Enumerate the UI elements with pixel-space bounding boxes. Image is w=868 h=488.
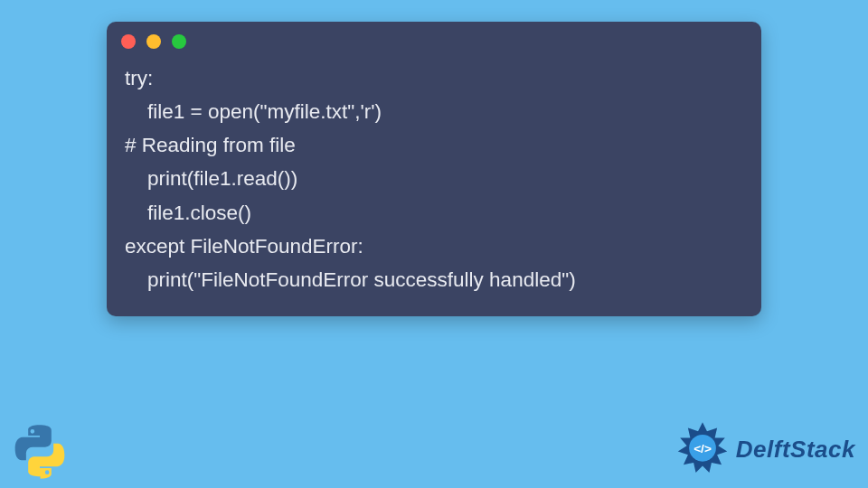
python-logo-icon: [11, 423, 69, 481]
delftstack-logo-icon: </>: [675, 421, 731, 477]
code-block: try: file1 = open("myfile.txt",'r') # Re…: [107, 56, 761, 300]
delftstack-label: DelftStack: [736, 436, 855, 464]
code-line: print(file1.read()): [125, 167, 297, 190]
code-line: except FileNotFoundError:: [125, 235, 363, 258]
code-line: file1 = open("myfile.txt",'r'): [125, 100, 382, 123]
code-line: # Reading from file: [125, 134, 296, 156]
svg-text:</>: </>: [693, 442, 712, 455]
delftstack-branding: </> DelftStack: [675, 421, 855, 477]
code-line: try:: [125, 67, 153, 89]
code-line: print("FileNotFoundError successfully ha…: [125, 268, 576, 291]
maximize-icon[interactable]: [172, 34, 186, 49]
minimize-icon[interactable]: [146, 34, 161, 49]
close-icon[interactable]: [121, 34, 136, 49]
code-window: try: file1 = open("myfile.txt",'r') # Re…: [107, 22, 761, 316]
window-titlebar: [107, 22, 761, 56]
code-line: file1.close(): [125, 202, 251, 224]
